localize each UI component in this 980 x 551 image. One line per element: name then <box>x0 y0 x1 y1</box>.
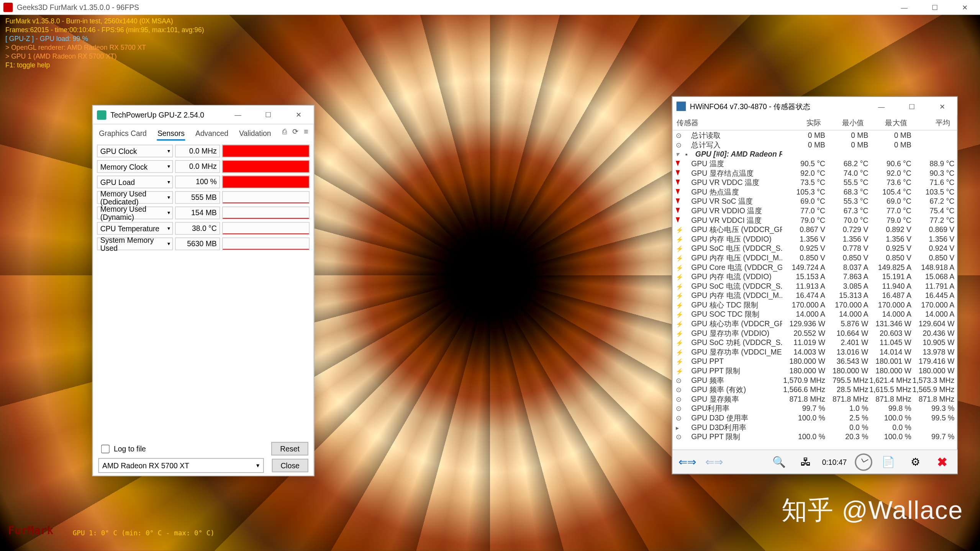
furmark-titlebar[interactable]: Geeks3D FurMark v1.35.0.0 - 96FPS — ☐ ✕ <box>0 0 980 15</box>
gpuz-titlebar[interactable]: TechPowerUp GPU-Z 2.54.0 — ☐ ✕ <box>93 106 313 124</box>
sensor-row[interactable]: GPU Core 电流 (VDDCR_G...149.724 A8.037 A1… <box>672 262 957 272</box>
sensor-label[interactable]: GPU Load▾ <box>97 176 173 188</box>
sensor-row[interactable]: GPU 核心功率 (VDDCR_GFX)129.936 W5.876 W131.… <box>672 319 957 329</box>
sensor-label[interactable]: Memory Clock▾ <box>97 160 173 173</box>
sensor-value[interactable]: 5630 MB <box>175 237 220 250</box>
sensor-row[interactable]: GPU 核心 TDC 限制170.000 A170.000 A170.000 A… <box>672 300 957 310</box>
sensor-value[interactable]: 38.0 °C <box>175 222 220 235</box>
gpuz-window[interactable]: TechPowerUp GPU-Z 2.54.0 — ☐ ✕ Graphics … <box>92 105 315 476</box>
sensor-graph[interactable] <box>222 222 310 235</box>
sensor-graph[interactable] <box>222 145 310 157</box>
hw-maximize-button[interactable]: ☐ <box>896 97 927 116</box>
gpuz-close-button[interactable]: ✕ <box>284 106 314 124</box>
sensor-row[interactable]: GPU SoC 电流 (VDDCR_S...11.913 A3.085 A11.… <box>672 281 957 291</box>
sensor-value[interactable]: 0.0 MHz <box>175 160 220 173</box>
sensor-row[interactable]: GPU 显存功率 (VDDIO)20.552 W10.664 W20.603 W… <box>672 328 957 338</box>
sensor-row[interactable]: GPU 核心电压 (VDDCR_GFX)0.867 V0.729 V0.892 … <box>672 225 957 234</box>
sensor-value[interactable]: 0.0 MHz <box>175 145 220 157</box>
hwinfo-columns[interactable]: 传感器 实际 最小值 最大值 平均 <box>672 116 957 131</box>
sensor-row[interactable]: GPU PPT 限制180.000 W180.000 W180.000 W180… <box>672 366 957 376</box>
sensor-row[interactable]: GPU SoC 电压 (VDDCR_S...0.925 V0.778 V0.92… <box>672 244 957 253</box>
close-button[interactable]: Close <box>272 459 308 472</box>
tab-graphics-card[interactable]: Graphics Card <box>98 127 147 141</box>
sensor-row[interactable]: 总计写入0 MB0 MB0 MB <box>672 140 957 149</box>
sensor-row[interactable]: GPU VR VDDCI 温度79.0 °C70.0 °C79.0 °C77.2… <box>672 215 957 225</box>
gpuz-maximize-button[interactable]: ☐ <box>253 106 284 124</box>
sensor-value[interactable]: 154 MB <box>175 206 220 219</box>
sensor-graph[interactable] <box>222 206 310 219</box>
hw-minimize-button[interactable]: — <box>866 97 896 116</box>
settings-icon[interactable]: ⚙ <box>905 452 926 471</box>
sensor-row[interactable]: GPU D3D利用率0.0 %0.0 % <box>672 422 957 432</box>
sensor-row[interactable]: GPU 内存 电流 (VDDIO)15.153 A7.863 A15.191 A… <box>672 272 957 281</box>
sensor-value: 0.850 V <box>782 253 825 263</box>
sensor-row[interactable]: GPU 显存功率 (VDDCI_MEM)14.003 W13.016 W14.0… <box>672 347 957 357</box>
gpuz-minimize-button[interactable]: — <box>223 106 253 124</box>
sensor-value: 180.001 W <box>868 356 911 366</box>
sensor-value: 100.0 % <box>782 432 825 441</box>
sensor-row[interactable]: GPU VR VDDC 温度73.5 °C55.5 °C73.6 °C71.6 … <box>672 178 957 187</box>
network-icon[interactable]: 🖧 <box>795 452 816 471</box>
clock-icon[interactable] <box>855 453 872 471</box>
tab-advanced[interactable]: Advanced <box>195 127 229 141</box>
sensor-row[interactable]: GPU PPT180.000 W36.543 W180.001 W179.416… <box>672 356 957 366</box>
sensor-row[interactable]: GPU PPT 限制100.0 %20.3 %100.0 %99.7 % <box>672 432 957 441</box>
minimize-button[interactable]: — <box>889 0 919 15</box>
sensor-row[interactable]: GPU 频率 (有效)1,566.6 MHz28.5 MHz1,615.5 MH… <box>672 385 957 394</box>
gpu-select[interactable]: AMD Radeon RX 5700 XT ▾ <box>98 458 264 473</box>
hwinfo-window[interactable]: HWiNFO64 v7.30-4870 - 传感器状态 — ☐ ✕ 传感器 实际… <box>672 96 958 474</box>
menu-icon[interactable]: ≡ <box>304 127 308 141</box>
sensor-graph[interactable] <box>222 191 310 204</box>
tree-expand-icon[interactable]: ▾ <box>676 149 685 159</box>
hwinfo-sensor-tree[interactable]: 总计读取0 MB0 MB0 MB总计写入0 MB0 MB0 MB▾GPU [#0… <box>672 131 957 448</box>
sensor-row[interactable]: GPU VR SoC 温度69.0 °C55.3 °C69.0 °C67.2 °… <box>672 196 957 206</box>
tab-sensors[interactable]: Sensors <box>157 127 185 141</box>
log-icon[interactable]: 📄 <box>878 452 899 471</box>
sensor-row[interactable]: GPU 显存结点温度92.0 °C74.0 °C92.0 °C90.3 °C <box>672 168 957 178</box>
sensor-label[interactable]: Memory Used (Dynamic)▾ <box>97 206 173 219</box>
sensor-value[interactable]: 555 MB <box>175 191 220 204</box>
sensor-row[interactable]: GPU 温度90.5 °C68.2 °C90.6 °C88.9 °C <box>672 159 957 168</box>
maximize-button[interactable]: ☐ <box>919 0 950 15</box>
sensor-row[interactable]: GPU 内存 电流 (VDDCI_M...16.474 A15.313 A16.… <box>672 291 957 300</box>
sensor-row[interactable]: GPU 内存 电压 (VDDCI_M...0.850 V0.850 V0.850… <box>672 253 957 263</box>
sensor-row[interactable]: 总计读取0 MB0 MB0 MB <box>672 131 957 140</box>
delete-icon[interactable]: ✖ <box>932 452 953 471</box>
furmark-status: GPU 1: 0° C (min: 0° C - max: 0° C) <box>73 530 215 537</box>
nav-arrows-alt-icon[interactable]: ⇐⇒ <box>703 452 725 471</box>
sensor-row[interactable]: GPU 频率1,570.9 MHz795.5 MHz1,621.4 MHz1,5… <box>672 375 957 385</box>
session-timer: 0:10:47 <box>822 458 847 466</box>
sensor-value: 5.876 W <box>825 319 868 329</box>
sensor-value[interactable]: 100 % <box>175 176 220 188</box>
hw-close-button[interactable]: ✕ <box>927 97 957 116</box>
reset-button[interactable]: Reset <box>271 442 308 455</box>
col-current: 实际 <box>778 118 821 128</box>
sensor-group[interactable]: ▾GPU [#0]: AMD Radeon R... <box>672 149 957 159</box>
sensor-label[interactable]: Memory Used (Dedicated)▾ <box>97 191 173 204</box>
sensor-label[interactable]: GPU Clock▾ <box>97 145 173 157</box>
sensor-row[interactable]: GPU SOC TDC 限制14.000 A14.000 A14.000 A14… <box>672 309 957 319</box>
sensor-value: 11.913 A <box>782 281 825 291</box>
hwinfo-titlebar[interactable]: HWiNFO64 v7.30-4870 - 传感器状态 — ☐ ✕ <box>672 97 957 116</box>
refresh-icon[interactable]: ⟳ <box>292 127 298 141</box>
col-avg: 平均 <box>907 118 950 128</box>
sensor-graph[interactable] <box>222 176 310 188</box>
sensor-row[interactable]: GPU 显存频率871.8 MHz871.8 MHz871.8 MHz871.8… <box>672 394 957 404</box>
sensor-label[interactable]: System Memory Used▾ <box>97 237 173 250</box>
sensor-row[interactable]: GPU利用率99.7 %1.0 %99.8 %99.3 % <box>672 404 957 413</box>
close-button[interactable]: ✕ <box>950 0 980 15</box>
sensor-label[interactable]: CPU Temperature▾ <box>97 222 173 235</box>
sensor-row[interactable]: GPU 内存 电压 (VDDIO)1.356 V1.356 V1.356 V1.… <box>672 234 957 244</box>
sensor-graph[interactable] <box>222 160 310 173</box>
screenshot-icon[interactable]: ⎙ <box>282 127 287 141</box>
sensor-row[interactable]: GPU VR VDDIO 温度77.0 °C67.3 °C77.0 °C75.4… <box>672 206 957 216</box>
tab-validation[interactable]: Validation <box>238 127 272 141</box>
log-to-file-checkbox[interactable] <box>101 444 110 453</box>
sensor-row[interactable]: GPU 热点温度105.3 °C68.3 °C105.4 °C103.5 °C <box>672 187 957 196</box>
nav-arrows-icon[interactable]: ⇐⇒ <box>677 452 698 471</box>
sensor-row[interactable]: GPU D3D 使用率100.0 %2.5 %100.0 %99.5 % <box>672 413 957 423</box>
search-icon[interactable]: 🔍 <box>768 452 790 471</box>
sensor-label: GPU 显存功率 (VDDCI_MEM) <box>685 347 782 357</box>
sensor-row[interactable]: GPU SoC 功耗 (VDDCR_S...11.019 W2.401 W11.… <box>672 338 957 347</box>
sensor-graph[interactable] <box>222 237 310 250</box>
